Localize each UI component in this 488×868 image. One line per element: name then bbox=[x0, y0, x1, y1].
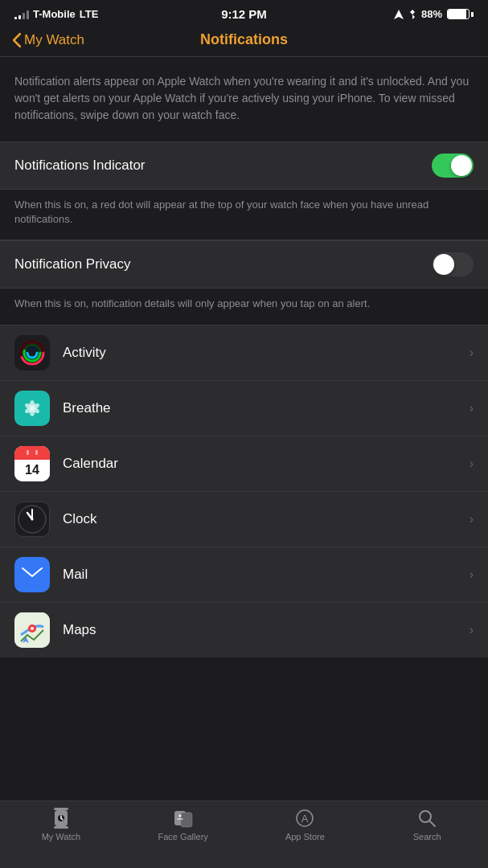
nav-header: My Watch Notifications bbox=[0, 25, 488, 57]
breathe-icon bbox=[14, 391, 50, 426]
svg-point-31 bbox=[178, 815, 181, 817]
chevron-left-icon bbox=[13, 33, 21, 47]
svg-text:A: A bbox=[301, 813, 309, 825]
mail-icon bbox=[14, 557, 50, 592]
svg-point-22 bbox=[31, 627, 34, 630]
tab-face-gallery-label: Face Gallery bbox=[158, 832, 207, 841]
notifications-indicator-label: Notifications Indicator bbox=[14, 158, 146, 174]
calendar-icon: 14 bbox=[14, 446, 50, 481]
status-right: 88% bbox=[394, 8, 474, 20]
svg-rect-25 bbox=[54, 826, 68, 829]
signal-icon bbox=[14, 10, 29, 19]
notifications-indicator-section: Notifications Indicator bbox=[0, 141, 488, 190]
page-title: Notifications bbox=[200, 31, 288, 48]
tab-bar: My Watch Face Gallery A App Store bbox=[0, 800, 488, 868]
chevron-icon: › bbox=[470, 567, 474, 582]
back-label: My Watch bbox=[24, 32, 84, 48]
app-row-breathe[interactable]: Breathe › bbox=[0, 381, 488, 436]
app-row-clock[interactable]: Clock › bbox=[0, 492, 488, 547]
tab-app-store[interactable]: A App Store bbox=[244, 808, 367, 841]
status-bar: T-Mobile LTE 9:12 PM 88% bbox=[0, 0, 488, 25]
app-name-calendar: Calendar bbox=[63, 456, 470, 472]
notification-privacy-row[interactable]: Notification Privacy bbox=[0, 241, 488, 288]
bluetooth-icon bbox=[408, 9, 416, 20]
tab-search[interactable]: Search bbox=[366, 808, 488, 841]
notification-privacy-toggle[interactable] bbox=[432, 252, 474, 276]
chevron-icon: › bbox=[470, 457, 474, 471]
activity-icon bbox=[14, 335, 50, 371]
app-name-breathe: Breathe bbox=[63, 400, 470, 416]
app-name-maps: Maps bbox=[63, 622, 470, 638]
notification-privacy-label: Notification Privacy bbox=[14, 256, 131, 272]
description-text: Notification alerts appear on Apple Watc… bbox=[14, 73, 474, 124]
toggle-knob-privacy bbox=[433, 254, 454, 275]
app-name-mail: Mail bbox=[63, 567, 470, 583]
app-row-activity[interactable]: Activity › bbox=[0, 326, 488, 381]
svg-rect-23 bbox=[54, 808, 68, 810]
network-type: LTE bbox=[80, 8, 99, 20]
notification-privacy-note: When this is on, notification details wi… bbox=[0, 289, 488, 325]
svg-rect-14 bbox=[35, 450, 38, 455]
battery-icon bbox=[447, 9, 474, 19]
app-name-activity: Activity bbox=[63, 345, 470, 361]
chevron-icon: › bbox=[470, 346, 474, 360]
tab-face-gallery[interactable]: Face Gallery bbox=[122, 808, 244, 841]
notification-privacy-section: Notification Privacy bbox=[0, 240, 488, 289]
description-section: Notification alerts appear on Apple Watc… bbox=[0, 57, 488, 141]
search-tab-icon bbox=[416, 808, 437, 829]
chevron-icon: › bbox=[470, 512, 474, 526]
app-name-clock: Clock bbox=[63, 511, 470, 527]
notifications-indicator-toggle[interactable] bbox=[432, 154, 474, 178]
svg-rect-30 bbox=[181, 813, 192, 827]
app-row-mail[interactable]: Mail › bbox=[0, 547, 488, 603]
app-row-calendar[interactable]: 14 Calendar › bbox=[0, 436, 488, 492]
calendar-date: 14 bbox=[25, 463, 39, 477]
status-time: 9:12 PM bbox=[221, 7, 267, 21]
notifications-indicator-row[interactable]: Notifications Indicator bbox=[0, 142, 488, 189]
carrier-name: T-Mobile bbox=[33, 8, 76, 20]
location-icon bbox=[394, 10, 404, 19]
back-button[interactable]: My Watch bbox=[13, 32, 84, 48]
app-store-icon: A bbox=[294, 808, 315, 829]
tab-my-watch-label: My Watch bbox=[42, 832, 81, 841]
tab-my-watch[interactable]: My Watch bbox=[0, 808, 122, 841]
tab-app-store-label: App Store bbox=[285, 832, 325, 841]
tab-search-label: Search bbox=[413, 832, 441, 841]
app-row-maps[interactable]: Maps › bbox=[0, 603, 488, 657]
face-gallery-icon bbox=[173, 808, 194, 829]
chevron-icon: › bbox=[470, 623, 474, 637]
svg-line-36 bbox=[429, 821, 435, 826]
chevron-icon: › bbox=[470, 401, 474, 416]
clock-icon bbox=[14, 502, 50, 537]
notifications-indicator-note: When this is on, a red dot will appear a… bbox=[0, 190, 488, 240]
toggle-knob bbox=[451, 155, 472, 176]
apps-section: Activity › Breathe › bbox=[0, 326, 488, 657]
watch-icon bbox=[51, 808, 72, 829]
battery-percent: 88% bbox=[421, 8, 442, 20]
status-carrier: T-Mobile LTE bbox=[14, 8, 98, 20]
maps-icon bbox=[14, 612, 50, 648]
svg-rect-13 bbox=[27, 450, 29, 455]
